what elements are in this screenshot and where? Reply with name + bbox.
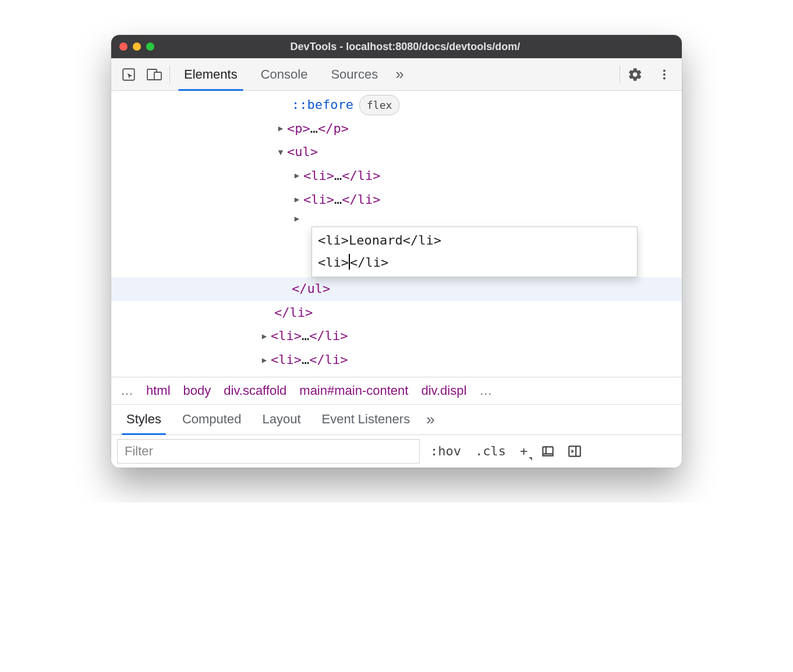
subtab-computed[interactable]: Computed <box>172 405 252 434</box>
subtab-styles-label: Styles <box>126 412 161 427</box>
svg-rect-7 <box>569 446 580 456</box>
tab-sources-label: Sources <box>331 67 378 82</box>
tag-li-close: </li> <box>342 164 380 188</box>
hov-toggle-button[interactable]: :hov <box>427 438 465 464</box>
kebab-menu-icon[interactable] <box>652 62 677 87</box>
devtools-window: DevTools - localhost:8080/docs/devtools/… <box>111 35 682 468</box>
edit-line-2: <li></li> <box>318 252 631 273</box>
ellipsis: … <box>334 188 342 212</box>
close-window-button[interactable] <box>119 43 128 51</box>
crumb-main-content[interactable]: main#main-content <box>299 383 408 398</box>
toolbar-divider <box>619 66 620 83</box>
tree-row-li[interactable]: ▶ <li>…</li> <box>111 164 682 188</box>
tab-elements[interactable]: Elements <box>172 58 249 90</box>
tab-console-label: Console <box>261 67 308 82</box>
subtab-layout[interactable]: Layout <box>252 405 311 434</box>
pseudo-before: ::before <box>292 93 353 117</box>
expand-caret-icon[interactable]: ▶ <box>293 192 301 207</box>
tree-row-li-close[interactable]: </li> <box>111 301 682 325</box>
tab-sources[interactable]: Sources <box>319 58 390 90</box>
minimize-window-button[interactable] <box>133 43 141 51</box>
toggle-sidebar-icon[interactable] <box>565 444 585 459</box>
tab-console[interactable]: Console <box>249 58 320 90</box>
tag-ul-open: <ul> <box>287 140 318 164</box>
elements-tree[interactable]: ::before flex ▶ <p>…</p> ▼ <ul> ▶ <li>…<… <box>111 91 682 377</box>
subtab-layout-label: Layout <box>262 412 300 427</box>
breadcrumb-ellipsis-left[interactable]: … <box>121 383 133 398</box>
cls-toggle-button[interactable]: .cls <box>472 438 509 464</box>
breadcrumb-ellipsis-right[interactable]: … <box>479 383 492 398</box>
tag-ul-close: </ul> <box>292 277 330 301</box>
styles-filter-bar: :hov .cls + <box>111 435 682 468</box>
ellipsis: … <box>310 117 318 141</box>
tree-row-ul[interactable]: ▼ <ul> <box>111 140 682 164</box>
tree-row-before[interactable]: ::before flex <box>111 93 682 117</box>
toolbar-divider <box>169 66 170 83</box>
tag-outer-li-close: </li> <box>274 301 313 325</box>
tag-li-open: <li> <box>303 188 334 212</box>
edit-seg-a: <li> <box>318 255 349 270</box>
expand-caret-icon[interactable]: ▶ <box>260 353 268 368</box>
inspect-element-icon[interactable] <box>116 62 141 87</box>
breadcrumb: … html body div.scaffold main#main-conte… <box>111 377 682 405</box>
titlebar: DevTools - localhost:8080/docs/devtools/… <box>111 35 682 58</box>
svg-point-4 <box>663 73 665 75</box>
crumb-div-scaffold[interactable]: div.scaffold <box>224 383 286 398</box>
tag-p-open: <p> <box>287 117 310 141</box>
main-toolbar: Elements Console Sources » <box>111 58 682 91</box>
crumb-div-displ[interactable]: div.displ <box>421 383 466 398</box>
tree-row-ul-close[interactable]: </ul> <box>111 277 682 301</box>
edit-line-1: <li>Leonard</li> <box>318 229 631 251</box>
styles-subtabs: Styles Computed Layout Event Listeners » <box>111 405 682 435</box>
ellipsis: … <box>302 348 309 372</box>
traffic-lights <box>119 43 154 51</box>
more-tabs-chevron-icon[interactable]: » <box>390 58 409 90</box>
tree-row-li[interactable]: ▶ <li>…</li> <box>111 188 682 212</box>
tree-row-li[interactable]: ▶ <li>…</li> <box>111 324 682 348</box>
tag-p-close: </p> <box>318 117 349 141</box>
html-edit-box[interactable]: <li>Leonard</li> <li></li> <box>311 227 638 277</box>
collapse-caret-icon[interactable]: ▼ <box>277 145 285 160</box>
settings-gear-icon[interactable] <box>622 62 648 87</box>
subtab-eventlisteners-label: Event Listeners <box>322 412 410 427</box>
svg-point-3 <box>663 69 665 72</box>
titlebar-title: DevTools - localhost:8080/docs/devtools/… <box>160 41 650 53</box>
styles-filter-input[interactable] <box>117 439 420 464</box>
tag-li-open: <li> <box>303 164 334 188</box>
expand-caret-icon[interactable]: ▶ <box>293 168 301 183</box>
main-tabstrip: Elements Console Sources » <box>172 58 617 90</box>
display-pill: flex <box>359 95 399 115</box>
tree-row-li[interactable]: ▶ <li>…</li> <box>111 348 682 372</box>
ellipsis: … <box>334 164 342 188</box>
svg-point-5 <box>663 77 665 79</box>
tag-li-open: <li> <box>271 348 302 372</box>
maximize-window-button[interactable] <box>146 43 154 51</box>
more-subtabs-chevron-icon[interactable]: » <box>420 411 440 429</box>
expand-caret-icon[interactable]: ▶ <box>293 211 301 227</box>
expand-caret-icon[interactable]: ▶ <box>277 121 285 136</box>
toolbar-right-icons <box>622 62 677 87</box>
tab-elements-label: Elements <box>184 67 238 82</box>
ellipsis: … <box>302 324 309 348</box>
computed-styles-icon[interactable] <box>538 444 558 459</box>
device-toggle-icon[interactable] <box>141 62 167 87</box>
tag-li-close: </li> <box>309 348 348 372</box>
edit-seg-b: </li> <box>350 255 388 270</box>
crumb-html[interactable]: html <box>146 383 171 398</box>
tag-li-open: <li> <box>271 324 302 348</box>
svg-rect-2 <box>154 72 161 80</box>
expand-caret-icon[interactable]: ▶ <box>260 329 268 344</box>
subtab-event-listeners[interactable]: Event Listeners <box>311 405 421 434</box>
tree-row-p[interactable]: ▶ <p>…</p> <box>111 117 682 141</box>
crumb-body[interactable]: body <box>183 383 211 398</box>
svg-rect-6 <box>543 447 553 454</box>
subtab-computed-label: Computed <box>182 412 242 427</box>
tag-li-close: </li> <box>309 324 348 348</box>
tag-li-close: </li> <box>342 188 380 212</box>
subtab-styles[interactable]: Styles <box>116 405 172 434</box>
new-style-rule-button[interactable]: + <box>516 438 531 464</box>
tree-row-li-editing[interactable]: ▶ <box>111 211 682 227</box>
